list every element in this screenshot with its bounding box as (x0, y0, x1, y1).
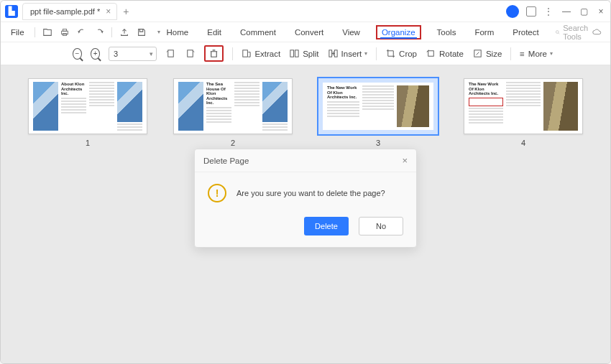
save-icon[interactable] (137, 27, 147, 37)
zoom-in-button[interactable]: + (91, 48, 100, 60)
titlebar: ▙ ppt file-sample.pdf * × + ⋮ — ▢ × (1, 1, 610, 22)
page-number-label: 2 (231, 139, 235, 147)
warning-icon: ! (208, 184, 226, 202)
app-icon: ▙ (5, 5, 18, 18)
share-icon[interactable] (119, 27, 129, 37)
undo-icon[interactable] (77, 27, 87, 37)
redo-icon[interactable] (94, 27, 104, 37)
page-thumbnail[interactable]: The Sea House Of Klon Architects Inc.2 (173, 78, 293, 147)
save-dropdown-icon[interactable]: ▾ (154, 27, 164, 37)
tab-title: ppt file-sample.pdf * (30, 7, 100, 16)
svg-rect-5 (187, 50, 193, 57)
rotate-left-button[interactable] (165, 48, 176, 59)
more-menu-icon[interactable]: ⋮ (543, 6, 554, 17)
cloud-icon[interactable] (592, 27, 602, 37)
dialog-title: Delete Page (203, 157, 249, 165)
page-thumbnail[interactable]: The New Work Of Klon Architects Inc.3 (318, 78, 438, 147)
rotate-button[interactable]: Rotate (426, 48, 464, 59)
search-placeholder: Search Tools (563, 24, 591, 41)
page-thumbnail[interactable]: About Klon Architects Inc.1 (28, 78, 147, 147)
dialog-close-button[interactable]: × (402, 155, 408, 166)
search-tools[interactable]: Search Tools (555, 24, 592, 41)
crop-button[interactable]: Crop (385, 48, 417, 59)
menubar: File ▾ HomeEditCommentConvertViewOrganiz… (1, 22, 610, 42)
rotate-right-button[interactable] (185, 48, 196, 59)
close-tab-icon[interactable]: × (106, 6, 111, 17)
file-menu[interactable]: File (8, 26, 27, 39)
menu-protect[interactable]: Protect (510, 26, 541, 39)
menu-edit[interactable]: Edit (204, 26, 224, 39)
dialog-no-button[interactable]: No (359, 217, 403, 235)
add-tab-button[interactable]: + (123, 6, 129, 17)
menu-comment[interactable]: Comment (237, 26, 279, 39)
page-number-label: 3 (376, 139, 380, 147)
svg-rect-1 (63, 29, 66, 31)
svg-point-3 (556, 30, 559, 33)
thumbnail-title: The Sea House Of Klon Architects Inc. (206, 82, 231, 106)
svg-rect-4 (167, 50, 173, 57)
menu-tools[interactable]: Tools (434, 26, 459, 39)
menu-form[interactable]: Form (472, 26, 497, 39)
menu-view[interactable]: View (339, 26, 363, 39)
dialog-message: Are you sure you want to delete the page… (236, 189, 385, 197)
home-icon[interactable] (609, 27, 611, 37)
extract-button[interactable]: Extract (241, 48, 280, 59)
insert-button[interactable]: Insert▾ (328, 48, 368, 59)
svg-rect-8 (295, 50, 299, 57)
maximize-button[interactable]: ▢ (579, 6, 589, 17)
split-button[interactable]: Split (289, 48, 318, 59)
svg-rect-6 (243, 50, 248, 57)
thumbnail-title: About Klon Architects Inc. (61, 82, 86, 96)
svg-rect-9 (329, 50, 331, 57)
more-button[interactable]: ≡More▾ (520, 50, 553, 58)
open-icon[interactable] (42, 27, 52, 37)
svg-rect-7 (290, 50, 294, 57)
delete-page-button[interactable] (204, 45, 224, 62)
dialog-delete-button[interactable]: Delete (304, 217, 349, 235)
app-menu-icon[interactable] (526, 6, 536, 17)
organize-toolbar: − + 3 Extract Split Insert▾ Crop Rotate … (1, 42, 610, 65)
thumbnail-title: The New Work Of Klon Architects Inc. (469, 82, 503, 96)
page-number-input[interactable]: 3 (109, 47, 157, 61)
thumbnail-title: The New Work Of Klon Architects Inc. (327, 85, 359, 100)
page-canvas: About Klon Architects Inc.1The Sea House… (1, 65, 610, 363)
delete-page-dialog: Delete Page × ! Are you sure you want to… (194, 149, 417, 248)
print-icon[interactable] (60, 27, 70, 37)
page-number-label: 1 (86, 139, 90, 147)
menu-organize[interactable]: Organize (376, 25, 421, 39)
document-tab[interactable]: ppt file-sample.pdf * × (22, 3, 117, 20)
zoom-out-button[interactable]: − (73, 48, 82, 60)
user-avatar[interactable] (506, 5, 519, 18)
minimize-button[interactable]: — (561, 6, 571, 17)
page-number-label: 4 (521, 139, 525, 147)
svg-rect-10 (334, 50, 337, 57)
svg-rect-11 (428, 51, 434, 57)
menu-home[interactable]: Home (164, 26, 192, 39)
close-window-button[interactable]: × (596, 6, 606, 17)
page-thumbnail[interactable]: The New Work Of Klon Architects Inc.4 (464, 78, 583, 147)
menu-convert[interactable]: Convert (292, 26, 326, 39)
size-button[interactable]: Size (472, 48, 502, 59)
